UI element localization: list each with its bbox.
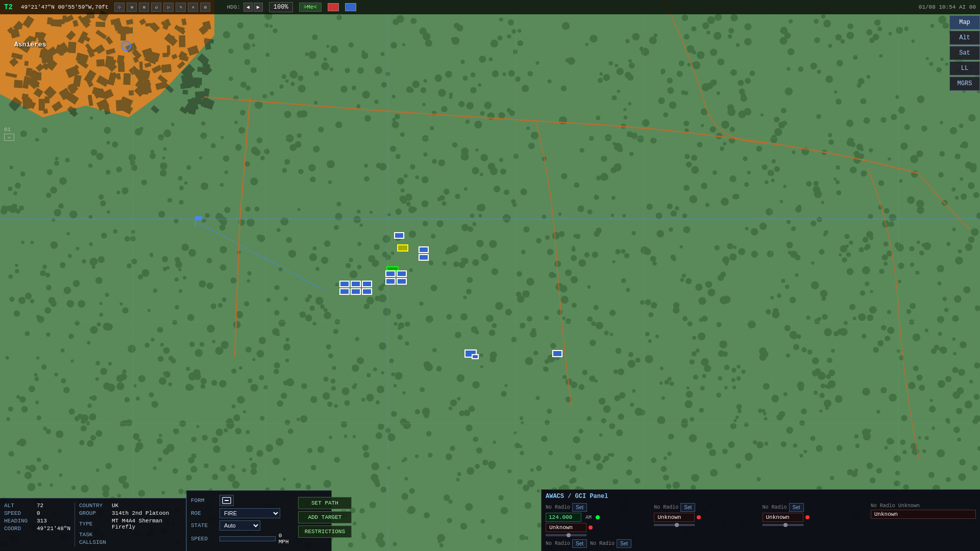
unit-cluster-2[interactable] [419,246,429,261]
awacs-noradio-3: No Radio [763,505,787,510]
toolbar-delete[interactable]: ✕ [188,3,198,12]
map-btn-map[interactable]: Map [949,15,980,30]
awacs-col-3: No Radio Set Unknown [763,503,868,537]
top-bar: T2 49°21'47"N 00°55'59"W,70ft ⊹ ⊕ ⊗ ↺ ▷ … [0,0,980,14]
color-box-red[interactable] [328,3,339,11]
grid-line-v [771,0,771,551]
awacs-unknown-3: Unknown [763,513,803,522]
flag-marker[interactable] [195,216,202,227]
speed-bar-container: 0 MPH [219,533,294,545]
toolbar-cursor[interactable]: ⊹ [114,3,125,12]
info-panel: ALT 72 SPEED 0 HEADING 313 COORD 49°21'4… [0,498,186,551]
side-number: 61 [4,127,11,133]
awacs-slider-2[interactable] [654,524,695,526]
unit-selected[interactable] [397,244,408,252]
toolbar-zoom[interactable]: ⊗ [139,3,149,12]
awacs-unknown-4: Unknown [871,510,976,519]
coordinates-display: 49°21'47"N 00°55'59"W,70ft [21,4,109,10]
speed-mph: 0 MPH [279,533,294,545]
awacs-bottom-set-1[interactable]: Set [572,539,587,548]
speed-bar[interactable] [219,536,276,541]
heading-section: HDG: ◀ ▶ [227,3,262,12]
awacs-unknown-2: Unknown [654,513,695,522]
awacs-set-btn-3[interactable]: Set [789,503,804,512]
country-label: COUNTRY [79,503,110,509]
enemy-territory [0,0,214,117]
datetime-display: 01/08 10:54 AI 00 [919,4,976,10]
alt-value: 72 [37,503,43,509]
awacs-noradio-4: No Radio Unknown [871,503,976,509]
awacs-status-dot-1 [589,525,593,530]
type-value: MT M4A4 Sherman Firefly [112,518,182,530]
unit-cluster-3[interactable] [385,270,416,285]
grid-line-v [133,0,133,551]
unit-cluster-1[interactable] [394,232,404,239]
group-label: GROUP [79,510,110,516]
coord-value: 49°21'48"N [37,525,70,532]
awacs-col-1: No Radio Set 124.000 AM Unknown [546,503,651,537]
grid-line-h [0,423,980,424]
awacs-mode-1: AM [583,514,594,521]
hdg-right-btn[interactable]: ▶ [254,3,263,12]
heading-value: 313 [37,518,47,524]
action-panel: FORM ROE FIRE HOLD WEAPONS FREE STATE [186,490,332,551]
toolbar-config[interactable]: ⚙ [200,3,210,12]
awacs-col-4: No Radio Unknown Unknown [871,503,976,537]
map-btn-sat[interactable]: Sat [949,46,980,60]
unit-cluster-6[interactable] [469,351,479,359]
mode-button[interactable]: >Me< [299,3,322,12]
svg-line-0 [199,223,324,290]
hdg-left-btn[interactable]: ◀ [243,3,253,12]
awacs-panel: AWACS / GCI Panel No Radio Set 124.000 A… [541,489,980,551]
heading-label: HEADING [4,518,35,524]
task-label: TASK [79,532,110,538]
alt-label: ALT [4,503,35,509]
awacs-status-dot-3 [805,515,810,519]
coord-label: COORD [4,525,35,532]
waypoint-circle[interactable] [121,41,131,51]
right-panel: Map Alt Sat LL MGRS [949,15,980,91]
add-target-button[interactable]: ADD TARGET [298,511,352,523]
set-path-button[interactable]: SET PATH [298,497,352,509]
group-value: 314th 2nd Platoon [112,510,169,516]
grid-line-v [643,0,644,551]
form-label: FORM [191,497,216,504]
awacs-status-dot-2 [697,515,701,519]
map-btn-ll[interactable]: LL [949,61,980,76]
type-label: TYPE [79,521,110,527]
unit-cluster-4[interactable] [339,281,375,295]
map-btn-alt[interactable]: Alt [949,31,980,45]
restrictions-button[interactable]: RESTRICTIONS [298,525,352,538]
roe-label: ROE [191,510,216,516]
map-btn-mgrs[interactable]: MGRS [949,77,980,91]
awacs-set-btn-1[interactable]: Set [572,503,587,512]
app-logo: T2 [4,3,13,11]
speed-label: SPEED [191,536,216,542]
roe-select[interactable]: FIRE HOLD WEAPONS FREE [219,508,280,518]
zoom-display: 100% [269,2,293,12]
grid-line-h [0,219,980,220]
awacs-bottom-noradio-1: No Radio [546,541,570,546]
color-box-blue[interactable] [345,3,356,11]
awacs-set-btn-2[interactable]: Set [680,503,695,512]
mail-icon[interactable]: ✉ [4,134,14,141]
speed-label: SPEED [4,510,35,516]
toolbar-rotate[interactable]: ↺ [151,3,161,12]
speed-value: 0 [37,510,40,516]
toolbar-select[interactable]: ▷ [163,3,174,12]
awacs-bottom-set-2[interactable]: Set [617,539,631,548]
unit-far-right[interactable] [552,350,562,357]
grid-line-h [0,321,980,322]
awacs-slider-1[interactable] [546,534,586,536]
form-symbol [219,495,234,506]
state-label: STATE [191,522,216,529]
toolbar-move[interactable]: ⊕ [127,3,137,12]
toolbar-draw[interactable]: ✎ [176,3,186,12]
awacs-slider-3[interactable] [763,524,803,526]
country-value: UK [112,503,118,509]
awacs-title: AWACS / GCI Panel [546,493,976,500]
awacs-col-2: No Radio Set Unknown [654,503,759,537]
state-select[interactable]: Auto Combat Stealth [219,520,260,531]
toolbar-icons: ⊹ ⊕ ⊗ ↺ ▷ ✎ ✕ ⚙ [114,3,210,12]
map-background[interactable]: Asnieres [0,0,980,551]
